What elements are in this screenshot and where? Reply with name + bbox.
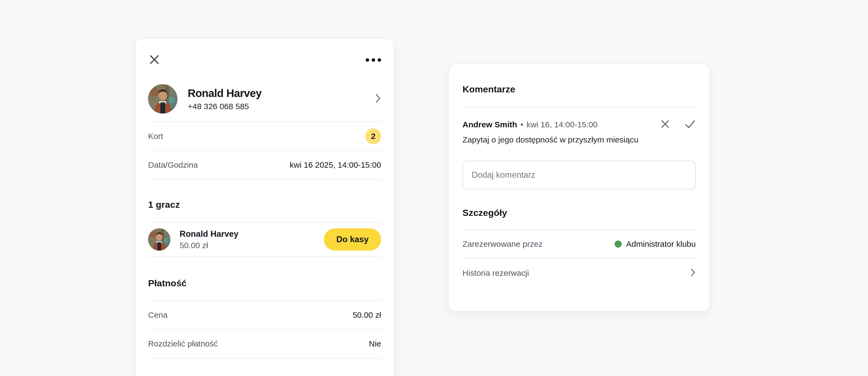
reservation-history-label: Historia rezerwacji: [463, 269, 529, 278]
datetime-row-value: kwi 16 2025, 14:00-15:00: [290, 160, 381, 170]
player-row: Ronald Harvey 50.00 zł Do kasy: [148, 223, 381, 257]
checkout-button[interactable]: Do kasy: [324, 228, 381, 250]
comment-input[interactable]: [463, 161, 696, 190]
split-payment-label: Rozdzielić płatność: [148, 339, 218, 348]
comment-text: Zapytaj o jego dostępność w przyszłym mi…: [463, 134, 696, 145]
close-button[interactable]: [148, 54, 161, 67]
players-section-title: 1 gracz: [148, 199, 381, 210]
reservation-card-toolbar: [148, 39, 381, 68]
split-payment-row: Rozdzielić płatność Nie: [148, 330, 381, 358]
customer-name: Ronald Harvey: [188, 87, 261, 100]
datetime-row-label: Data/Godzina: [148, 160, 198, 170]
reservation-card: Ronald Harvey +48 326 068 585 Kort 2 Dat…: [135, 38, 394, 376]
reserved-by-value: Administrator klubu: [615, 239, 696, 249]
reserved-by-label: Zarezerwowane przez: [463, 239, 542, 249]
divider: [463, 107, 696, 107]
split-payment-value: Nie: [369, 339, 381, 348]
comment-actions: [660, 119, 696, 130]
reservation-history-row[interactable]: Historia rezerwacji: [463, 259, 696, 287]
customer-info: Ronald Harvey +48 326 068 585: [188, 87, 261, 111]
customer-phone: +48 326 068 585: [188, 102, 261, 111]
player-name: Ronald Harvey: [180, 229, 239, 239]
customer-row[interactable]: Ronald Harvey +48 326 068 585: [148, 84, 381, 122]
check-icon: [684, 119, 696, 130]
comment-time: kwi 16, 14:00-15:00: [527, 120, 597, 129]
datetime-row: Data/Godzina kwi 16 2025, 14:00-15:00: [148, 151, 381, 180]
price-row-label: Cena: [148, 310, 167, 320]
court-row: Kort 2: [148, 122, 381, 151]
price-row-value: 50.00 zł: [352, 310, 381, 320]
avatar-photo: [148, 228, 170, 250]
reserved-by-row: Zarezerwowane przez Administrator klubu: [463, 230, 696, 259]
comment-meta: Andrew Smith • kwi 16, 14:00-15:00: [463, 119, 696, 130]
player-avatar: [148, 228, 170, 250]
player-price: 50.00 zł: [180, 241, 239, 250]
comment-separator: •: [521, 120, 524, 129]
court-row-label: Kort: [148, 132, 163, 141]
payment-section-title: Płatność: [148, 277, 381, 289]
court-number-badge: 2: [365, 128, 381, 144]
close-icon: [148, 54, 161, 67]
comments-title: Komentarze: [463, 64, 696, 95]
details-section-title: Szczegóły: [463, 207, 696, 218]
chevron-right-icon: [375, 93, 381, 105]
avatar-photo: [148, 84, 177, 113]
customer-avatar: [148, 84, 177, 113]
price-row: Cena 50.00 zł: [148, 301, 381, 330]
chevron-right-icon: [690, 268, 696, 278]
delete-comment-button[interactable]: [660, 119, 670, 130]
resolve-comment-button[interactable]: [684, 119, 696, 130]
player-info: Ronald Harvey 50.00 zł: [180, 229, 239, 250]
more-options-button[interactable]: [366, 58, 381, 62]
status-dot: [615, 241, 622, 248]
comment-author: Andrew Smith: [463, 120, 517, 129]
more-options-icon: [366, 58, 381, 62]
x-icon: [660, 119, 670, 130]
reserved-by-text: Administrator klubu: [626, 239, 696, 249]
comments-card: Komentarze Andrew Smith • kwi 16, 14:00-…: [448, 64, 710, 311]
